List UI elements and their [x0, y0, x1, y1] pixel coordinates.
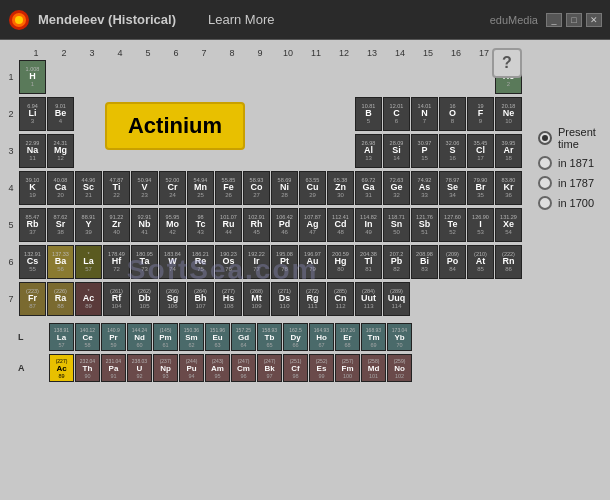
element-Nb[interactable]: 92.91Nb41	[131, 208, 158, 242]
element-Hf[interactable]: 178.49Hf72	[103, 245, 130, 279]
radio-1700-circle[interactable]	[538, 196, 552, 210]
element-Tc[interactable]: 98Tc43	[187, 208, 214, 242]
element-Pt[interactable]: 195.08Pt78	[271, 245, 298, 279]
element-Tm[interactable]: 168.93Tm69	[361, 323, 386, 351]
element-Be[interactable]: 9.01Be4	[47, 97, 74, 131]
element-Ti[interactable]: 47.87Ti22	[103, 171, 130, 205]
element-Ac-ref[interactable]: *Ac89	[75, 282, 102, 316]
element-Sn[interactable]: 118.71Sn50	[383, 208, 410, 242]
element-Pr[interactable]: 140.9Pr59	[101, 323, 126, 351]
element-Uuq[interactable]: (289)Uuq114	[383, 282, 410, 316]
element-Fr[interactable]: (223)Fr87	[19, 282, 46, 316]
element-Kr[interactable]: 83.80Kr36	[495, 171, 522, 205]
element-S[interactable]: 32.06S16	[439, 134, 466, 168]
element-Os[interactable]: 190.23Os76	[215, 245, 242, 279]
element-Cn[interactable]: (285)Cn112	[327, 282, 354, 316]
element-Ru[interactable]: 101.07Ru44	[215, 208, 242, 242]
element-Es[interactable]: (252)Es99	[309, 354, 334, 382]
element-Tl[interactable]: 204.38Tl81	[355, 245, 382, 279]
element-Hs[interactable]: (277)Hs108	[215, 282, 242, 316]
element-Dy[interactable]: 162.5Dy66	[283, 323, 308, 351]
element-Ne[interactable]: 20.18Ne10	[495, 97, 522, 131]
element-Na[interactable]: 22.99Na11	[19, 134, 46, 168]
element-Sg[interactable]: (266)Sg106	[159, 282, 186, 316]
element-Hg[interactable]: 200.59Hg80	[327, 245, 354, 279]
radio-1787[interactable]: in 1787	[538, 176, 602, 190]
element-C[interactable]: 12.01C6	[383, 97, 410, 131]
element-Ca[interactable]: 40.08Ca20	[47, 171, 74, 205]
element-Pa[interactable]: 231.04Pa91	[101, 354, 126, 382]
element-Li[interactable]: 6.94Li3	[19, 97, 46, 131]
element-Md[interactable]: (258)Md101	[361, 354, 386, 382]
element-Pu[interactable]: (244)Pu94	[179, 354, 204, 382]
element-V[interactable]: 50.94V23	[131, 171, 158, 205]
element-Am[interactable]: (243)Am95	[205, 354, 230, 382]
element-Nd[interactable]: 144.24Nd60	[127, 323, 152, 351]
element-Rh[interactable]: 102.91Rh45	[243, 208, 270, 242]
element-Xe[interactable]: 131.29Xe54	[495, 208, 522, 242]
element-Uut[interactable]: (284)Uut113	[355, 282, 382, 316]
element-Ho[interactable]: 164.93Ho67	[309, 323, 334, 351]
element-No[interactable]: (259)No102	[387, 354, 412, 382]
radio-1871[interactable]: in 1871	[538, 156, 602, 170]
element-Rb[interactable]: 85.47Rb37	[19, 208, 46, 242]
element-I[interactable]: 126.90I53	[467, 208, 494, 242]
element-Bi[interactable]: 208.98Bi83	[411, 245, 438, 279]
element-La-ref[interactable]: *La57	[75, 245, 102, 279]
element-Zr[interactable]: 91.22Zr40	[103, 208, 130, 242]
element-Po[interactable]: (209)Po84	[439, 245, 466, 279]
element-Bh[interactable]: (264)Bh107	[187, 282, 214, 316]
element-Cl[interactable]: 35.45Cl17	[467, 134, 494, 168]
element-Pb[interactable]: 207.2Pb82	[383, 245, 410, 279]
element-Mg[interactable]: 24.31Mg12	[47, 134, 74, 168]
element-Br[interactable]: 79.90Br35	[467, 171, 494, 205]
element-Np[interactable]: (237)Np93	[153, 354, 178, 382]
element-F[interactable]: 19F9	[467, 97, 494, 131]
element-Ce[interactable]: 140.12Ce58	[75, 323, 100, 351]
element-Cf[interactable]: (251)Cf98	[283, 354, 308, 382]
element-N[interactable]: 14.01N7	[411, 97, 438, 131]
element-Yb[interactable]: 173.04Yb70	[387, 323, 412, 351]
element-Ar[interactable]: 39.95Ar18	[495, 134, 522, 168]
element-Cu[interactable]: 63.55Cu29	[299, 171, 326, 205]
element-Tb[interactable]: 158.93Tb65	[257, 323, 282, 351]
element-Ni[interactable]: 58.69Ni28	[271, 171, 298, 205]
element-Pd[interactable]: 106.42Pd46	[271, 208, 298, 242]
element-Eu[interactable]: 151.96Eu63	[205, 323, 230, 351]
element-Zn[interactable]: 65.38Zn30	[327, 171, 354, 205]
element-At[interactable]: (210)At85	[467, 245, 494, 279]
element-La[interactable]: 138.91La57	[49, 323, 74, 351]
element-Mt[interactable]: (268)Mt109	[243, 282, 270, 316]
element-In[interactable]: 114.82In49	[355, 208, 382, 242]
element-Sb[interactable]: 121.76Sb51	[411, 208, 438, 242]
element-O[interactable]: 16O8	[439, 97, 466, 131]
element-Fm[interactable]: (257)Fm100	[335, 354, 360, 382]
maximize-button[interactable]: □	[566, 13, 582, 27]
element-Pm[interactable]: (145)Pm61	[153, 323, 178, 351]
element-K[interactable]: 39.10K19	[19, 171, 46, 205]
element-Te[interactable]: 127.60Te52	[439, 208, 466, 242]
element-Co[interactable]: 58.93Co27	[243, 171, 270, 205]
element-Cr[interactable]: 52.00Cr24	[159, 171, 186, 205]
element-Sc[interactable]: 44.96Sc21	[75, 171, 102, 205]
element-Db[interactable]: (262)Db105	[131, 282, 158, 316]
close-button[interactable]: ✕	[586, 13, 602, 27]
element-Er[interactable]: 167.26Er68	[335, 323, 360, 351]
element-Mn[interactable]: 54.94Mn25	[187, 171, 214, 205]
element-Ra[interactable]: (226)Ra88	[47, 282, 74, 316]
element-Ag[interactable]: 107.87Ag47	[299, 208, 326, 242]
element-Cs[interactable]: 132.91Cs55	[19, 245, 46, 279]
element-Sr[interactable]: 87.62Sr38	[47, 208, 74, 242]
element-Ba[interactable]: 137.33Ba56	[47, 245, 74, 279]
element-Y[interactable]: 88.91Y39	[75, 208, 102, 242]
element-Si[interactable]: 28.09Si14	[383, 134, 410, 168]
element-Re[interactable]: 186.21Re75	[187, 245, 214, 279]
element-Au[interactable]: 196.97Au79	[299, 245, 326, 279]
element-Se[interactable]: 78.97Se34	[439, 171, 466, 205]
element-Th[interactable]: 232.04Th90	[75, 354, 100, 382]
element-Ga[interactable]: 69.72Ga31	[355, 171, 382, 205]
element-As[interactable]: 74.92As33	[411, 171, 438, 205]
radio-present-circle[interactable]	[538, 131, 552, 145]
element-Fe[interactable]: 55.85Fe26	[215, 171, 242, 205]
element-Ds[interactable]: (271)Ds110	[271, 282, 298, 316]
